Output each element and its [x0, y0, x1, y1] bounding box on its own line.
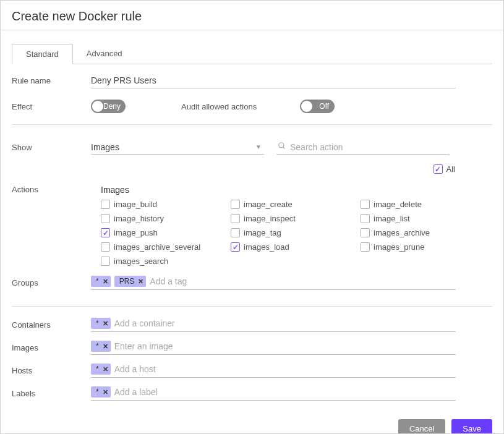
- group-chip[interactable]: PRS✕: [114, 276, 147, 287]
- all-label: All: [446, 164, 455, 174]
- action-checkbox[interactable]: [101, 228, 110, 237]
- action-label: images_prune: [374, 242, 424, 252]
- cancel-button[interactable]: Cancel: [398, 419, 445, 434]
- action-label: image_create: [244, 200, 293, 209]
- action-checkbox[interactable]: [231, 214, 240, 223]
- labels-label: Labels: [12, 389, 91, 398]
- action-label: images_archive: [374, 228, 430, 237]
- groups-input[interactable]: [150, 276, 456, 286]
- action-label: image_push: [114, 228, 158, 237]
- search-icon: [278, 142, 286, 152]
- audit-label: Audit allowed actions: [181, 102, 257, 111]
- close-icon[interactable]: ✕: [103, 365, 108, 373]
- containers-input[interactable]: [114, 318, 456, 328]
- effect-label: Effect: [12, 102, 91, 111]
- actions-label: Actions: [12, 185, 91, 194]
- action-label: image_tag: [244, 228, 281, 237]
- effect-toggle-text: Deny: [103, 102, 121, 111]
- wildcard-chip[interactable]: *✕: [91, 341, 111, 352]
- action-checkbox[interactable]: [361, 228, 370, 237]
- containers-tags[interactable]: *✕: [91, 318, 456, 332]
- hosts-tags[interactable]: *✕: [91, 364, 456, 378]
- images-input[interactable]: [114, 341, 456, 351]
- tab-standard[interactable]: Standard: [12, 44, 73, 64]
- action-image_tag[interactable]: image_tag: [231, 228, 361, 237]
- group-chip[interactable]: *✕: [91, 276, 111, 287]
- all-checkbox[interactable]: [434, 164, 443, 174]
- action-image_push[interactable]: image_push: [101, 228, 231, 237]
- action-images_archive_several[interactable]: images_archive_several: [101, 242, 231, 252]
- action-label: image_history: [114, 214, 164, 223]
- action-images_search[interactable]: images_search: [101, 257, 231, 266]
- action-images_prune[interactable]: images_prune: [361, 242, 490, 252]
- rule-name-input[interactable]: [91, 73, 456, 88]
- action-image_history[interactable]: image_history: [101, 214, 231, 223]
- action-checkbox[interactable]: [231, 200, 240, 209]
- search-action-wrap: [276, 140, 450, 155]
- rule-name-label: Rule name: [12, 76, 91, 85]
- action-label: image_inspect: [244, 214, 296, 223]
- action-checkbox[interactable]: [101, 200, 110, 209]
- action-image_build[interactable]: image_build: [101, 200, 231, 209]
- action-images_archive[interactable]: images_archive: [361, 228, 490, 237]
- containers-label: Containers: [12, 320, 91, 330]
- show-label: Show: [12, 143, 91, 152]
- audit-toggle[interactable]: Off: [300, 100, 335, 113]
- groups-tags[interactable]: *✕PRS✕: [91, 276, 456, 290]
- toggle-knob: [92, 101, 103, 112]
- action-image_list[interactable]: image_list: [361, 214, 490, 223]
- page-title: Create new Docker rule: [12, 9, 492, 23]
- search-action-input[interactable]: [290, 142, 450, 152]
- action-label: image_list: [374, 214, 410, 223]
- action-images_load[interactable]: images_load: [231, 242, 361, 252]
- wildcard-chip[interactable]: *✕: [91, 364, 111, 375]
- audit-toggle-text: Off: [319, 102, 329, 111]
- actions-heading: Images: [101, 185, 492, 195]
- action-checkbox[interactable]: [101, 242, 110, 252]
- chevron-down-icon: ▼: [255, 143, 262, 150]
- hosts-label: Hosts: [12, 366, 91, 375]
- close-icon[interactable]: ✕: [103, 320, 108, 328]
- action-checkbox[interactable]: [101, 214, 110, 223]
- all-checkbox-wrap[interactable]: All: [434, 164, 455, 174]
- show-select[interactable]: Images ▼: [91, 140, 264, 155]
- action-checkbox[interactable]: [361, 214, 370, 223]
- wildcard-chip[interactable]: *✕: [91, 318, 111, 329]
- action-label: images_search: [114, 257, 168, 266]
- action-label: images_load: [244, 242, 289, 252]
- svg-point-0: [279, 143, 284, 148]
- labels-input[interactable]: [114, 387, 456, 397]
- action-label: image_delete: [374, 200, 422, 209]
- effect-toggle[interactable]: Deny: [91, 100, 126, 113]
- close-icon[interactable]: ✕: [138, 278, 143, 286]
- action-image_create[interactable]: image_create: [231, 200, 361, 209]
- divider: [12, 306, 492, 307]
- close-icon[interactable]: ✕: [103, 278, 108, 286]
- action-label: images_archive_several: [114, 242, 200, 252]
- hosts-input[interactable]: [114, 364, 456, 374]
- svg-line-1: [283, 147, 285, 149]
- images-label: Images: [12, 343, 91, 352]
- close-icon[interactable]: ✕: [103, 388, 108, 396]
- action-image_inspect[interactable]: image_inspect: [231, 214, 361, 223]
- images-tags[interactable]: *✕: [91, 341, 456, 355]
- action-label: image_build: [114, 200, 157, 209]
- action-image_delete[interactable]: image_delete: [361, 200, 490, 209]
- action-checkbox[interactable]: [361, 242, 370, 252]
- tabs: Standard Advanced: [12, 44, 492, 64]
- show-select-value: Images: [91, 142, 255, 152]
- action-checkbox[interactable]: [231, 228, 240, 237]
- actions-grid: image_buildimage_createimage_deleteimage…: [101, 200, 492, 266]
- action-checkbox[interactable]: [101, 257, 110, 266]
- tab-advanced[interactable]: Advanced: [73, 44, 136, 64]
- action-checkbox[interactable]: [361, 200, 370, 209]
- close-icon[interactable]: ✕: [103, 343, 108, 351]
- groups-label: Groups: [12, 278, 91, 287]
- wildcard-chip[interactable]: *✕: [91, 386, 111, 398]
- action-checkbox[interactable]: [231, 242, 240, 252]
- save-button[interactable]: Save: [451, 419, 492, 434]
- toggle-knob: [301, 101, 312, 112]
- labels-tags[interactable]: *✕: [91, 386, 456, 401]
